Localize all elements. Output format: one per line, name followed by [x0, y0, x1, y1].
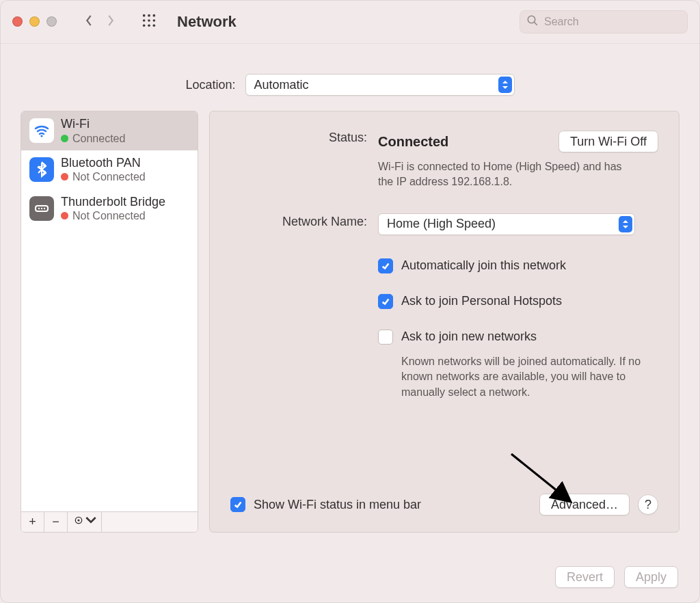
search-field[interactable]: [520, 10, 688, 34]
status-dot-icon: [61, 173, 68, 180]
svg-point-7: [148, 24, 150, 27]
service-status: Not Connected: [72, 209, 146, 222]
sidebar-item-thunderbolt-bridge[interactable]: Thunderbolt Bridge Not Connected: [21, 189, 198, 228]
stepper-icon: [498, 77, 512, 93]
ask-hotspot-label: Ask to join Personal Hotspots: [401, 294, 562, 308]
search-input[interactable]: [544, 16, 681, 28]
nav-buttons: [83, 16, 117, 28]
svg-point-3: [143, 19, 146, 22]
service-status: Connected: [72, 132, 125, 145]
sidebar-footer: + −: [21, 511, 198, 532]
menubar-row: Show Wi-Fi status in menu bar Advanced… …: [230, 494, 658, 515]
zoom-window-button[interactable]: [46, 16, 57, 27]
svg-point-4: [148, 19, 150, 22]
status-row: Status: Connected Turn Wi-Fi Off Wi-Fi i…: [230, 131, 658, 190]
svg-point-9: [528, 16, 535, 23]
status-description: Wi-Fi is connected to Home (High Speed) …: [378, 159, 638, 190]
advanced-button[interactable]: Advanced…: [539, 494, 630, 515]
network-name-row: Network Name: Home (High Speed): [230, 213, 658, 235]
apply-button[interactable]: Apply: [624, 566, 678, 588]
ask-new-note: Known networks will be joined automatica…: [401, 354, 658, 400]
stepper-icon: [619, 216, 632, 232]
chevron-right-icon: [106, 14, 116, 29]
location-select[interactable]: Automatic: [245, 74, 515, 96]
chevron-down-icon: [85, 515, 96, 529]
pane-title: Network: [177, 13, 237, 31]
search-icon: [526, 14, 539, 29]
status-dot-icon: [61, 135, 68, 142]
svg-point-6: [143, 24, 146, 27]
plus-icon: +: [29, 515, 36, 529]
revert-button[interactable]: Revert: [555, 566, 615, 588]
svg-point-5: [153, 19, 156, 22]
window-controls: [12, 16, 57, 27]
forward-button[interactable]: [105, 16, 117, 28]
bottom-actions: Revert Apply: [555, 566, 678, 588]
svg-point-2: [153, 14, 156, 16]
titlebar: Network: [0, 0, 700, 44]
grid-icon: [142, 13, 157, 31]
svg-point-17: [77, 519, 79, 521]
minimize-window-button[interactable]: [29, 16, 40, 27]
svg-point-0: [143, 14, 146, 16]
status-value: Connected: [378, 134, 448, 150]
show-all-prefs-button[interactable]: [142, 14, 157, 29]
sidebar-item-bluetooth-pan[interactable]: Bluetooth PAN Not Connected: [21, 150, 198, 189]
ask-new-label: Ask to join new networks: [401, 330, 537, 344]
show-menubar-checkbox[interactable]: [230, 497, 245, 512]
wifi-icon: [29, 118, 54, 143]
help-icon: ?: [645, 498, 651, 512]
svg-line-10: [534, 22, 537, 25]
network-name-select[interactable]: Home (High Speed): [378, 213, 635, 235]
svg-point-8: [153, 24, 156, 27]
ask-new-row: Ask to join new networks: [378, 330, 658, 345]
remove-service-button[interactable]: −: [44, 512, 68, 532]
help-button[interactable]: ?: [638, 494, 658, 515]
location-label: Location:: [185, 78, 235, 92]
service-status: Not Connected: [72, 170, 146, 183]
service-name: Wi-Fi: [61, 117, 125, 132]
minus-icon: −: [52, 515, 59, 529]
ask-hotspot-row: Ask to join Personal Hotspots: [378, 294, 658, 309]
ask-hotspot-checkbox[interactable]: [378, 294, 393, 309]
show-menubar-label: Show Wi-Fi status in menu bar: [254, 498, 421, 512]
status-dot-icon: [61, 212, 68, 219]
gear-icon: [73, 515, 84, 529]
svg-point-15: [44, 208, 45, 209]
status-label: Status:: [230, 131, 367, 145]
location-row: Location: Automatic: [0, 74, 700, 96]
add-service-button[interactable]: +: [21, 512, 44, 532]
service-name: Bluetooth PAN: [61, 156, 146, 171]
auto-join-row: Automatically join this network: [378, 258, 658, 273]
wifi-toggle-button[interactable]: Turn Wi-Fi Off: [558, 131, 658, 152]
network-name-label: Network Name:: [230, 213, 367, 229]
chevron-left-icon: [84, 14, 94, 29]
auto-join-checkbox[interactable]: [378, 258, 393, 273]
svg-point-11: [40, 135, 42, 137]
close-window-button[interactable]: [12, 16, 23, 27]
ask-new-checkbox[interactable]: [378, 330, 393, 345]
back-button[interactable]: [83, 16, 95, 28]
service-name: Thunderbolt Bridge: [61, 195, 165, 210]
svg-point-1: [148, 14, 150, 16]
sidebar-item-wifi[interactable]: Wi-Fi Connected: [21, 111, 198, 150]
svg-point-13: [38, 208, 40, 209]
svg-point-14: [41, 208, 42, 209]
auto-join-label: Automatically join this network: [401, 258, 566, 273]
network-name-value: Home (High Speed): [387, 217, 496, 231]
services-sidebar: Wi-Fi Connected Bluetooth PAN Not Connec…: [21, 111, 198, 533]
detail-panel: Status: Connected Turn Wi-Fi Off Wi-Fi i…: [209, 111, 679, 533]
bluetooth-icon: [29, 157, 54, 182]
location-value: Automatic: [254, 78, 309, 92]
thunderbolt-icon: [29, 196, 54, 221]
service-actions-button[interactable]: [68, 512, 102, 532]
